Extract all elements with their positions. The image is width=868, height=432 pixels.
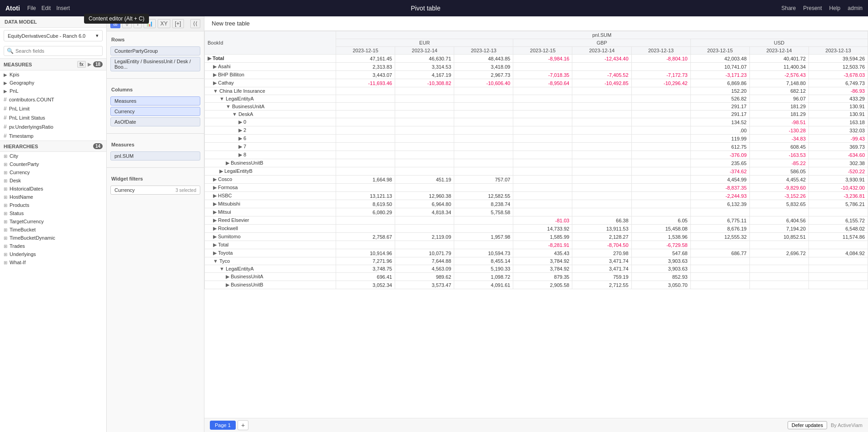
- expand-arrow-10[interactable]: ▶: [238, 136, 242, 141]
- sidebar-item-pnl-limit[interactable]: # PnL Limit: [0, 104, 106, 113]
- expand-arrow-24[interactable]: ▶: [213, 250, 217, 256]
- row-label-7[interactable]: ▼DeskA: [205, 111, 336, 118]
- rows-chip-counterparty[interactable]: CounterPartyGroup: [110, 46, 200, 55]
- measures-chip-pnl-sum[interactable]: pnl.SUM: [110, 151, 200, 161]
- row-label-24[interactable]: ▶Toyota: [205, 249, 336, 257]
- row-label-15[interactable]: ▶Cosco: [205, 176, 336, 184]
- sidebar-item-pv-underlyings[interactable]: # pv.UnderlyingsRatio: [0, 122, 106, 131]
- row-label-18[interactable]: ▶Mitsubishi: [205, 200, 336, 208]
- row-label-28[interactable]: ▶BusinessUnitB: [205, 281, 336, 289]
- fx-button[interactable]: fx: [77, 61, 86, 68]
- row-label-12[interactable]: ▶8: [205, 151, 336, 159]
- expand-arrow-28[interactable]: ▶: [226, 282, 229, 287]
- sidebar-item-kpis[interactable]: ▶ Kpis: [0, 70, 106, 79]
- table-container[interactable]: BookId pnl.SUM EUR GBP USD 2023-12-15202…: [204, 31, 868, 418]
- expand-arrow-25[interactable]: ▼: [213, 258, 218, 264]
- sidebar-item-pnl-limit-status[interactable]: # PnL Limit Status: [0, 113, 106, 122]
- sidebar-item-hostname[interactable]: ⊞ HostName: [0, 193, 106, 201]
- sidebar-item-geography[interactable]: ▶ Geography: [0, 79, 106, 87]
- search-box[interactable]: 🔍: [4, 46, 103, 56]
- sidebar-item-status[interactable]: ⊞ Status: [0, 209, 106, 217]
- expand-arrow-0[interactable]: ▶: [208, 55, 211, 61]
- sidebar-item-pnl[interactable]: ▶ PnL: [0, 87, 106, 95]
- row-label-19[interactable]: ▶Mitsui: [205, 208, 336, 216]
- row-label-14[interactable]: ▶LegalEntityB: [205, 167, 336, 176]
- sidebar-item-trades[interactable]: ⊞ Trades: [0, 242, 106, 250]
- help-button[interactable]: Help: [829, 5, 841, 11]
- row-label-27[interactable]: ▶BusinessUnitA: [205, 273, 336, 281]
- expand-arrow-23[interactable]: ▶: [213, 242, 217, 247]
- expand-arrow-19[interactable]: ▶: [213, 209, 217, 215]
- row-label-8[interactable]: ▶0: [205, 118, 336, 126]
- row-label-5[interactable]: ▼LegalEntityA: [205, 95, 336, 103]
- expand-arrow-6[interactable]: ▼: [226, 104, 231, 109]
- config-xy-btn[interactable]: XY: [158, 19, 170, 28]
- sidebar-item-products[interactable]: ⊞ Products: [0, 201, 106, 209]
- expand-arrow-8[interactable]: ▶: [238, 119, 242, 125]
- expand-arrow-3[interactable]: ▶: [213, 80, 217, 85]
- expand-arrow-13[interactable]: ▶: [226, 160, 229, 166]
- row-label-4[interactable]: ▼China Life Insurance: [205, 87, 336, 95]
- row-label-3[interactable]: ▶Cathay: [205, 79, 336, 87]
- sidebar-item-what-if[interactable]: ⊞ What-If: [0, 258, 106, 266]
- menu-insert[interactable]: Insert: [56, 5, 70, 11]
- sidebar-item-currency[interactable]: ⊞ Currency: [0, 168, 106, 176]
- sidebar-item-city[interactable]: ⊞ City: [0, 152, 106, 160]
- expand-arrow-5[interactable]: ▼: [219, 96, 224, 101]
- sidebar-item-counterparty[interactable]: ⊞ CounterParty: [0, 160, 106, 168]
- row-label-9[interactable]: ▶2: [205, 126, 336, 135]
- expand-arrow-27[interactable]: ▶: [226, 274, 229, 279]
- present-button[interactable]: Present: [803, 5, 822, 11]
- expand-arrow-16[interactable]: ▶: [213, 185, 217, 190]
- columns-chip-currency[interactable]: Currency: [110, 107, 200, 116]
- expand-arrow-7[interactable]: ▼: [232, 111, 237, 117]
- add-page-button[interactable]: +: [238, 420, 248, 430]
- row-label-1[interactable]: ▶Asahi: [205, 63, 336, 71]
- sidebar-item-historical-dates[interactable]: ⊞ HistoricalDates: [0, 185, 106, 193]
- row-label-10[interactable]: ▶6: [205, 135, 336, 143]
- row-label-23[interactable]: ▶Total: [205, 241, 336, 249]
- sidebar-item-desk[interactable]: ⊞ Desk: [0, 176, 106, 185]
- expand-arrow-4[interactable]: ▼: [213, 88, 218, 94]
- columns-chip-asofdate[interactable]: AsOfDate: [110, 117, 200, 126]
- expand-arrow-20[interactable]: ▶: [213, 217, 217, 223]
- share-button[interactable]: Share: [781, 5, 796, 11]
- sidebar-item-timebucket[interactable]: ⊞ TimeBucket: [0, 226, 106, 234]
- expand-arrow-14[interactable]: ▶: [219, 168, 223, 174]
- expand-arrow-2[interactable]: ▶: [213, 72, 217, 77]
- expand-arrow-15[interactable]: ▶: [213, 176, 217, 182]
- row-label-22[interactable]: ▶Sumitomo: [205, 233, 336, 241]
- row-label-2[interactable]: ▶BHP Billiton: [205, 71, 336, 79]
- expand-arrow-12[interactable]: ▶: [238, 152, 242, 157]
- sidebar-item-underlyings[interactable]: ⊞ Underlyings: [0, 250, 106, 258]
- user-menu[interactable]: admin: [848, 5, 863, 11]
- expand-arrow-9[interactable]: ▶: [238, 127, 242, 133]
- row-label-17[interactable]: ▶HSBC: [205, 192, 336, 200]
- sidebar-item-target-currency[interactable]: ⊞ TargetCurrency: [0, 217, 106, 226]
- row-label-11[interactable]: ▶7: [205, 143, 336, 151]
- row-label-20[interactable]: ▶Reed Elsevier: [205, 216, 336, 225]
- columns-chip-measures[interactable]: Measures: [110, 96, 200, 105]
- row-label-0[interactable]: ▶Total: [205, 55, 336, 63]
- sidebar-item-timestamp[interactable]: # Timestamp: [0, 131, 106, 141]
- menu-edit[interactable]: Edit: [41, 5, 51, 11]
- sidebar-item-timebucket-dynamic[interactable]: ⊞ TimeBucketDynamic: [0, 234, 106, 242]
- search-input[interactable]: [15, 48, 99, 54]
- menu-file[interactable]: File: [27, 5, 36, 11]
- expand-arrow-11[interactable]: ▶: [238, 144, 242, 149]
- expand-arrow-17[interactable]: ▶: [213, 193, 217, 198]
- row-label-26[interactable]: ▼LegalEntityA: [205, 265, 336, 273]
- expand-arrow-1[interactable]: ▶: [213, 64, 217, 69]
- row-label-21[interactable]: ▶Rockwell: [205, 225, 336, 233]
- cube-selector[interactable]: EquityDerivativesCube - Ranch 6.0 ▾: [4, 30, 103, 41]
- row-label-6[interactable]: ▼BusinessUnitA: [205, 103, 336, 111]
- expand-arrow-22[interactable]: ▶: [213, 234, 217, 239]
- row-label-25[interactable]: ▼Tyco: [205, 257, 336, 265]
- row-label-16[interactable]: ▶Formosa: [205, 184, 336, 192]
- filter-chip-currency[interactable]: Currency 3 selected: [110, 186, 200, 195]
- page-tab-1[interactable]: Page 1: [210, 421, 236, 430]
- defer-updates-button[interactable]: Defer updates: [788, 421, 827, 429]
- config-collapse-btn[interactable]: ⟨⟨: [190, 19, 200, 28]
- config-bracket-btn[interactable]: [+]: [172, 19, 184, 28]
- row-label-13[interactable]: ▶BusinessUnitB: [205, 159, 336, 167]
